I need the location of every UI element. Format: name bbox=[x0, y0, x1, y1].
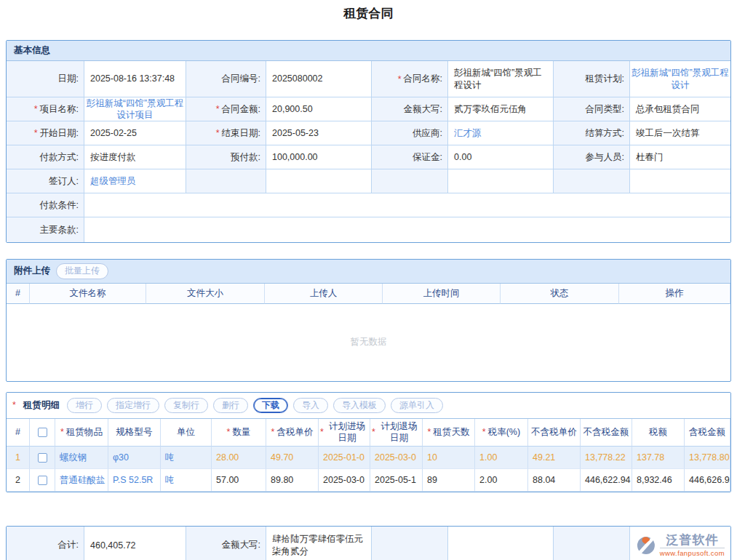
required-marker: * bbox=[34, 104, 38, 114]
fanpu-logo-text: 泛普软件 www.fanpusoft.com bbox=[660, 533, 725, 557]
plan-out-cell: 2025-03-0 bbox=[370, 447, 423, 469]
download-button[interactable]: 下载 bbox=[253, 398, 288, 414]
contract-amount-value: 20,900.50 bbox=[266, 97, 372, 121]
project-name-link[interactable]: 彭祖新城“四馆”景观工程设计项目 bbox=[84, 97, 186, 121]
lease-plan-label: 租赁计划: bbox=[554, 61, 630, 97]
deposit-label: 保证金: bbox=[372, 145, 448, 169]
row-index: 2 bbox=[7, 469, 30, 492]
empty-value-cell bbox=[448, 169, 554, 193]
amount-no-tax-cell: 13,778.22 bbox=[581, 447, 632, 469]
contract-name-label: *合同名称: bbox=[372, 61, 448, 97]
start-date-value: 2025-02-25 bbox=[84, 121, 186, 145]
dcol-index: # bbox=[7, 419, 30, 447]
lease-detail-section: * 租赁明细 增行 指定增行 复制行 删行 下载 导入 导入模板 源单引入 # … bbox=[6, 392, 731, 493]
end-date-value: 2025-05-23 bbox=[266, 121, 372, 145]
col-upload-time: 上传时间 bbox=[383, 284, 501, 304]
row-checkbox[interactable] bbox=[38, 453, 47, 463]
unit-cell[interactable]: 吨 bbox=[161, 469, 212, 492]
total-caps-value: 肆拾陆万零肆佰零伍元柒角贰分 bbox=[266, 527, 372, 560]
basic-info-section: 基本信息 日期: 2025-08-16 13:37:48 合同编号: 20250… bbox=[6, 40, 731, 243]
project-name-label: *项目名称: bbox=[7, 97, 84, 121]
main-clauses-label: 主要条款: bbox=[7, 217, 84, 242]
required-marker: * bbox=[216, 128, 220, 138]
payment-method-label: 付款方式: bbox=[7, 145, 84, 169]
payment-terms-value bbox=[84, 193, 730, 217]
copy-row-button[interactable]: 复制行 bbox=[164, 398, 208, 414]
col-file-name: 文件名称 bbox=[30, 284, 146, 304]
dcol-days: *租赁天数 bbox=[423, 419, 475, 447]
dcol-tax: 税额 bbox=[632, 419, 685, 447]
empty-value-cell bbox=[448, 527, 554, 560]
dcol-amount-no-tax: 不含税金额 bbox=[581, 419, 632, 447]
item-link[interactable]: 螺纹钢 bbox=[55, 447, 108, 469]
empty-label-cell bbox=[554, 169, 630, 193]
dcol-amount-tax: 含税金额 bbox=[685, 419, 730, 447]
delete-row-button[interactable]: 删行 bbox=[213, 398, 248, 414]
import-template-button[interactable]: 导入模板 bbox=[333, 398, 386, 414]
amount-tax-cell: 13,778.80 bbox=[685, 447, 730, 469]
price-no-tax-cell: 49.21 bbox=[528, 447, 581, 469]
total-value: 460,405.72 bbox=[84, 527, 186, 560]
tax-cell: 137.78 bbox=[632, 447, 685, 469]
row-select-cell bbox=[30, 447, 55, 469]
price-tax-cell: 49.70 bbox=[266, 447, 319, 469]
contract-no-label: 合同编号: bbox=[186, 61, 266, 97]
attachments-section: 附件上传 批量上传 # 文件名称 文件大小 上传人 上传时间 状态 操作 暂无数… bbox=[6, 259, 731, 382]
qty-cell: 28.00 bbox=[212, 447, 266, 469]
main-clauses-value bbox=[84, 217, 730, 242]
required-marker: * bbox=[398, 74, 402, 84]
plan-in-cell: 2025-03-0 bbox=[319, 469, 370, 492]
spec-cell[interactable]: P.S 52.5R bbox=[108, 469, 161, 492]
page-title: 租赁合同 bbox=[6, 5, 731, 22]
signer-label: 签订人: bbox=[7, 169, 84, 193]
contract-type-label: 合同类型: bbox=[554, 97, 630, 121]
brand-url: www.fanpusoft.com bbox=[660, 548, 725, 557]
import-button[interactable]: 导入 bbox=[293, 398, 328, 414]
unit-cell[interactable]: 吨 bbox=[161, 447, 212, 469]
dcol-spec: 规格型号 bbox=[108, 419, 161, 447]
insert-row-button[interactable]: 指定增行 bbox=[107, 398, 159, 414]
batch-upload-button[interactable]: 批量上传 bbox=[56, 263, 108, 279]
participants-label: 参与人员: bbox=[554, 145, 630, 169]
contract-amount-label: *合同金额: bbox=[186, 97, 266, 121]
deposit-value: 0.00 bbox=[448, 145, 554, 169]
select-all-checkbox[interactable] bbox=[38, 428, 47, 437]
row-checkbox[interactable] bbox=[38, 476, 47, 485]
item-link[interactable]: 普通硅酸盐 bbox=[55, 469, 108, 492]
price-tax-cell: 89.80 bbox=[266, 469, 319, 492]
signer-link[interactable]: 超级管理员 bbox=[84, 169, 186, 193]
amount-caps-value: 贰万零玖佰元伍角 bbox=[448, 97, 554, 121]
empty-label-cell bbox=[372, 527, 448, 560]
brand-cell: 泛普软件 www.fanpusoft.com bbox=[630, 527, 730, 560]
price-no-tax-cell: 88.04 bbox=[528, 469, 581, 492]
supplier-link[interactable]: 汇才源 bbox=[448, 121, 554, 145]
lease-detail-table: # *租赁物品 规格型号 单位 *数量 *含税单价 *计划进场日期 *计划退场日… bbox=[7, 419, 730, 492]
spec-cell[interactable]: φ30 bbox=[108, 447, 161, 469]
qty-cell: 57.00 bbox=[212, 469, 266, 492]
add-row-button[interactable]: 增行 bbox=[67, 398, 102, 414]
tax-cell: 8,932.46 bbox=[632, 469, 685, 492]
tax-rate-cell: 2.00 bbox=[475, 469, 528, 492]
contract-type-value: 总承包租赁合同 bbox=[630, 97, 730, 121]
dcol-unit: 单位 bbox=[161, 419, 212, 447]
empty-value-cell bbox=[266, 169, 372, 193]
amount-tax-cell: 446,626.92 bbox=[685, 469, 730, 492]
fanpu-logo-icon bbox=[636, 534, 656, 557]
empty-label-cell bbox=[372, 169, 448, 193]
attachments-title: 附件上传 bbox=[14, 265, 50, 277]
dcol-price-no-tax: 不含税单价 bbox=[528, 419, 581, 447]
date-value: 2025-08-16 13:37:48 bbox=[84, 61, 186, 97]
days-cell: 10 bbox=[423, 447, 475, 469]
source-import-button[interactable]: 源单引入 bbox=[391, 398, 443, 414]
empty-label-cell bbox=[186, 169, 266, 193]
basic-info-grid: 日期: 2025-08-16 13:37:48 合同编号: 2025080002… bbox=[7, 61, 730, 242]
required-marker: * bbox=[34, 128, 38, 138]
lease-plan-link[interactable]: 彭祖新城“四馆”景观工程设计 bbox=[630, 61, 730, 97]
date-label: 日期: bbox=[7, 61, 84, 97]
brand-name: 泛普软件 bbox=[666, 533, 718, 548]
basic-info-header: 基本信息 bbox=[7, 41, 730, 61]
plan-out-cell: 2025-05-1 bbox=[370, 469, 423, 492]
contract-no-value: 2025080002 bbox=[266, 61, 372, 97]
settlement-value: 竣工后一次结算 bbox=[630, 121, 730, 145]
amount-caps-label: 金额大写: bbox=[372, 97, 448, 121]
